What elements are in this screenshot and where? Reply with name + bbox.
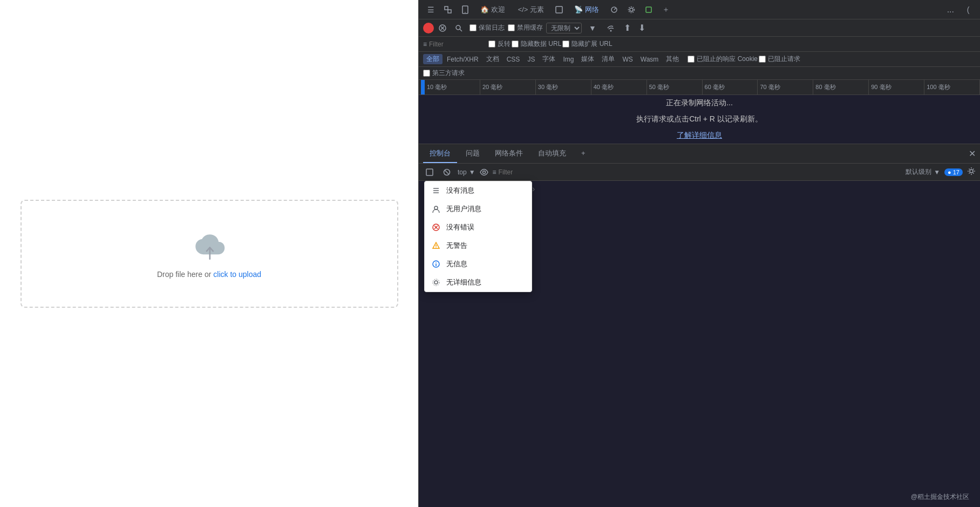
console-filter-input[interactable] <box>499 168 902 176</box>
add-tab-icon[interactable]: ＋ <box>658 2 673 17</box>
blocked-cookie-checkbox[interactable]: 已阻止的响应 Cookie <box>688 55 758 64</box>
tab-performance-icon[interactable] <box>607 2 622 17</box>
offline-icon[interactable] <box>603 21 618 36</box>
svg-point-19 <box>482 171 485 173</box>
svg-rect-0 <box>445 6 448 10</box>
no-warnings-item[interactable]: 无警告 <box>425 236 532 255</box>
filter-input-group: ≡ <box>423 40 483 48</box>
record-button[interactable] <box>423 23 434 33</box>
no-user-messages-item[interactable]: 无用户消息 <box>425 200 532 218</box>
eye-button[interactable] <box>480 168 488 177</box>
chip-wasm[interactable]: Wasm <box>637 55 662 64</box>
throttle-expand-icon[interactable]: ▼ <box>585 21 600 36</box>
chip-font[interactable]: 字体 <box>539 54 559 64</box>
tab-layers-icon[interactable] <box>641 2 656 17</box>
upload-link[interactable]: click to upload <box>213 270 261 279</box>
devtools-panel: ☰ 🏠 欢迎 </> 元素 📡 网络 ＋ <box>418 0 980 507</box>
filter-input[interactable] <box>429 40 483 48</box>
blocked-requests-checkbox[interactable]: 已阻止请求 <box>759 55 800 64</box>
warning-icon <box>431 241 441 251</box>
chip-media[interactable]: 媒体 <box>578 54 597 64</box>
no-errors-label: 没有错误 <box>446 222 474 232</box>
preserve-log-checkbox[interactable]: 保留日志 <box>469 23 505 32</box>
tick-50: 50 毫秒 <box>647 80 703 94</box>
no-info-item[interactable]: 无信息 <box>425 255 532 273</box>
no-messages-item[interactable]: 没有消息 <box>425 181 532 200</box>
devtools-menu-icon[interactable]: ☰ <box>423 2 438 17</box>
verbose-icon <box>431 278 441 287</box>
filter-icon: ≡ <box>423 40 427 48</box>
no-user-messages-label: 无用户消息 <box>446 204 481 214</box>
timeline-ruler: 10 毫秒 20 毫秒 30 毫秒 40 毫秒 50 毫秒 60 毫秒 70 毫… <box>423 80 980 94</box>
console-block-icon[interactable] <box>440 166 453 179</box>
chip-doc[interactable]: 文档 <box>483 54 502 64</box>
invert-checkbox[interactable]: 反转 <box>488 39 511 49</box>
context-label: top <box>458 168 467 176</box>
device-icon[interactable] <box>458 2 473 17</box>
tick-30: 30 毫秒 <box>536 80 591 94</box>
chip-ws[interactable]: WS <box>619 55 636 64</box>
expand-arrow-icon[interactable]: › <box>532 184 535 194</box>
learn-more-link[interactable]: 了解详细信息 <box>677 131 722 140</box>
chip-all[interactable]: 全部 <box>423 54 443 64</box>
hide-data-urls-checkbox[interactable]: 隐藏数据 URL <box>512 39 561 49</box>
timeline-header: 10 毫秒 20 毫秒 30 毫秒 40 毫秒 50 毫秒 60 毫秒 70 毫… <box>419 80 980 95</box>
tab-add[interactable]: + <box>575 144 592 163</box>
tab-console-icon[interactable] <box>552 2 567 17</box>
throttle-select[interactable]: 无限制 <box>546 23 582 33</box>
hint-text: 执行请求或点击Ctrl + R 以记录刷新。 <box>636 114 763 124</box>
tab-network-conditions[interactable]: 网络条件 <box>488 144 529 163</box>
console-clear-button[interactable] <box>423 166 436 179</box>
context-selector[interactable]: top ▼ <box>458 168 475 176</box>
chip-js[interactable]: JS <box>524 55 538 64</box>
upload-area[interactable]: Drop file here or click to upload <box>21 200 398 308</box>
detach-icon[interactable]: ( <box>961 2 976 17</box>
console-settings-button[interactable] <box>967 167 976 177</box>
third-party-checkbox[interactable]: 第三方请求 <box>423 69 465 78</box>
svg-point-20 <box>970 170 973 173</box>
log-level-dropdown-menu: 没有消息 无用户消息 <box>424 181 532 292</box>
tab-autofill[interactable]: 自动填充 <box>532 144 573 163</box>
chip-img[interactable]: Img <box>560 55 577 64</box>
clear-button[interactable] <box>437 23 448 33</box>
tab-issues[interactable]: 问题 <box>459 144 486 163</box>
svg-point-7 <box>630 8 633 11</box>
search-network-button[interactable] <box>451 21 466 36</box>
chip-other[interactable]: 其他 <box>663 54 682 64</box>
chip-manifest[interactable]: 清单 <box>598 54 618 64</box>
no-verbose-item[interactable]: 无详细信息 <box>425 273 532 292</box>
svg-line-18 <box>445 170 449 174</box>
filter-bar: ≡ 反转 隐藏数据 URL 隐藏扩展 URL <box>419 37 980 52</box>
console-panel: 控制台 问题 网络条件 自动填充 + ✕ top ▼ <box>419 144 980 441</box>
svg-point-34 <box>433 279 439 286</box>
tab-network[interactable]: 📡 网络 <box>569 3 604 17</box>
no-warnings-label: 无警告 <box>446 241 467 251</box>
chip-css[interactable]: CSS <box>503 55 523 64</box>
no-verbose-label: 无详细信息 <box>446 278 481 287</box>
import-button[interactable]: ⬆ <box>622 22 633 34</box>
export-button[interactable]: ⬇ <box>636 22 648 34</box>
console-close-button[interactable]: ✕ <box>969 148 976 159</box>
hide-ext-checkbox[interactable]: 隐藏扩展 URL <box>562 39 612 49</box>
tick-40: 40 毫秒 <box>591 80 647 94</box>
tab-console[interactable]: 控制台 <box>423 144 457 163</box>
svg-point-15 <box>610 30 612 31</box>
more-options-icon[interactable]: ... <box>943 5 958 15</box>
tab-elements[interactable]: </> 元素 <box>513 3 549 17</box>
tick-10: 10 毫秒 <box>425 80 480 94</box>
network-content-area: 正在录制网络活动... 执行请求或点击Ctrl + R 以记录刷新。 了解详细信… <box>419 95 980 144</box>
inspect-icon[interactable] <box>440 2 455 17</box>
tick-20: 20 毫秒 <box>480 80 536 94</box>
upload-text: Drop file here or click to upload <box>157 270 261 279</box>
svg-rect-1 <box>448 10 451 13</box>
console-filter-group: ≡ <box>493 168 902 176</box>
svg-line-14 <box>460 29 462 31</box>
disable-cache-checkbox[interactable]: 禁用缓存 <box>508 23 543 32</box>
console-tabs: 控制台 问题 网络条件 自动填充 + ✕ <box>419 144 980 164</box>
tab-welcome[interactable]: 🏠 欢迎 <box>475 3 511 17</box>
console-filter-icon: ≡ <box>493 168 496 176</box>
tab-settings-icon[interactable] <box>624 2 639 17</box>
no-errors-item[interactable]: 没有错误 <box>425 218 532 236</box>
log-level-selector[interactable]: 默认级别 ▼ <box>906 167 940 177</box>
chip-fetch-xhr[interactable]: Fetch/XHR <box>444 55 482 64</box>
